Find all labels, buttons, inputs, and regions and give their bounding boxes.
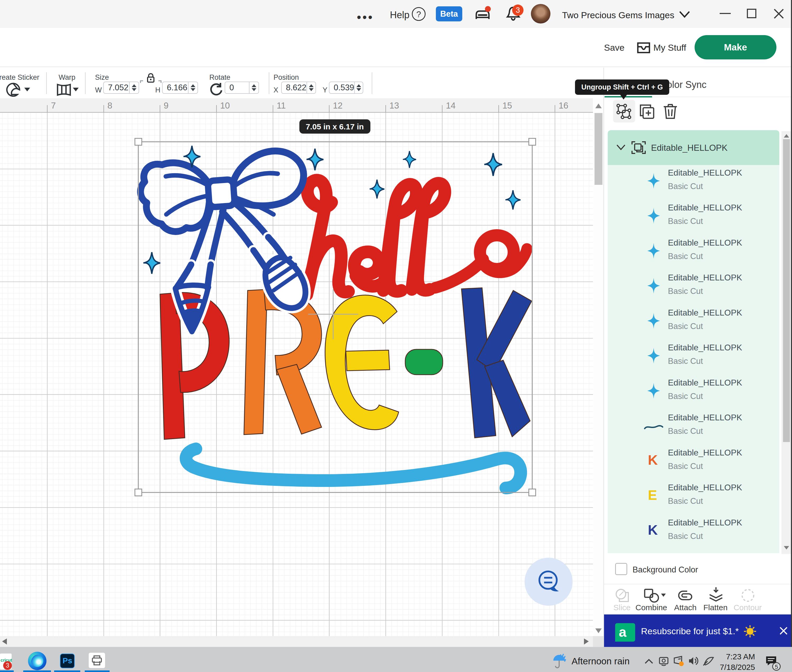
svg-text:13: 13 [389,101,399,110]
svg-text:14: 14 [446,101,456,110]
svg-text:12: 12 [333,101,343,110]
svg-text:7: 7 [51,101,56,110]
svg-text:7.05 in x 6.17 in: 7.05 in x 6.17 in [306,122,364,131]
svg-text:9: 9 [164,101,168,110]
svg-text:16: 16 [558,101,568,110]
svg-text:11: 11 [277,101,286,110]
svg-text:10: 10 [220,101,230,110]
svg-text:15: 15 [502,101,512,110]
svg-text:8: 8 [107,101,112,110]
